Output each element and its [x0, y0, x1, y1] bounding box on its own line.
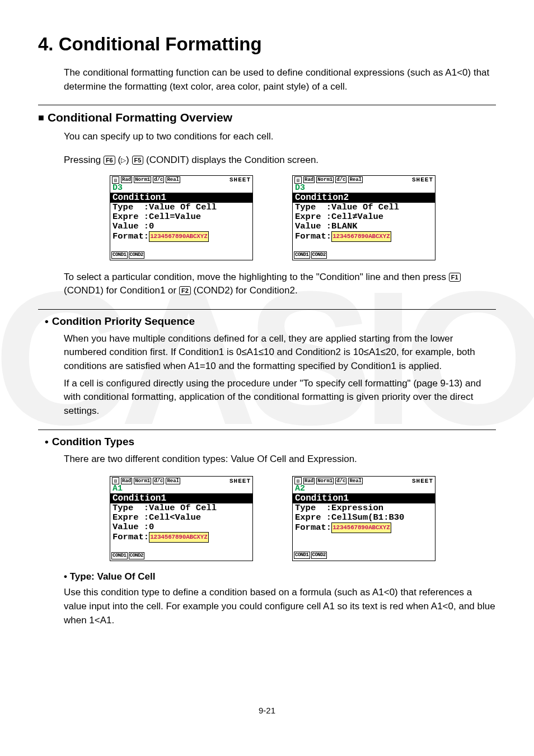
row-type: Type :Value Of Cell [110, 503, 252, 513]
row-format: Format: 1234567890ABCXYZ [110, 532, 252, 543]
real-indicator: Real [166, 478, 180, 484]
screens-row-1: ▤ RadNorm1 d/cReal SHEET D3 Condition1 T… [38, 175, 496, 260]
dc-indicator: d/c [153, 478, 164, 484]
fkey-cond2: COND2 [129, 552, 145, 559]
condition-header: Condition1 [110, 193, 252, 203]
real-indicator: Real [348, 478, 363, 484]
row-expre: Expre :Cell=Value [110, 212, 252, 222]
rad-indicator: Rad [121, 176, 132, 183]
row-expre: Expre :Cell<Value [110, 513, 252, 522]
row-type: Type :Expression [293, 503, 435, 513]
overview-heading: ■ Conditional Formatting Overview [38, 111, 496, 124]
format-sample: 1234567890ABCXYZ [149, 532, 208, 543]
priority-p1: When you have multiple conditions define… [38, 332, 496, 374]
priority-p2: If a cell is configured directly using t… [38, 377, 496, 418]
calc-screen-cond1-a2: ▤ RadNorm1 d/cReal SHEET A2 Condition1 T… [292, 476, 435, 561]
f2-key-icon: F2 [179, 286, 191, 295]
row-format: Format: 1234567890ABCXYZ [293, 231, 435, 242]
fkey-cond2: COND2 [129, 251, 145, 259]
real-indicator: Real [166, 176, 180, 183]
cell-ref: D3 [110, 184, 252, 193]
fkey-cond1: COND1 [111, 552, 128, 559]
row-value: Value :0 [110, 522, 252, 532]
fkey-row: COND1 COND2 [293, 551, 435, 560]
mode-label: SHEET [229, 478, 251, 484]
section-divider [38, 430, 496, 430]
norm-indicator: Norm1 [134, 176, 151, 183]
cell-ref: A1 [110, 484, 252, 493]
overview-after-screens: To select a particular condition, move t… [38, 270, 496, 298]
norm-indicator: Norm1 [134, 478, 151, 484]
section-divider [38, 105, 496, 105]
cell-ref: A2 [293, 484, 435, 493]
condition-header: Condition1 [110, 493, 252, 503]
intro-paragraph: The conditional formatting function can … [38, 66, 496, 94]
mode-label: SHEET [412, 176, 433, 183]
screens-row-2: ▤ RadNorm1 d/cReal SHEET A1 Condition1 T… [38, 476, 496, 561]
square-bullet-icon: ■ [38, 113, 44, 123]
f1-key-icon: F1 [449, 273, 461, 282]
fkey-cond1: COND1 [111, 251, 128, 259]
dc-indicator: d/c [335, 478, 346, 484]
rad-indicator: Rad [303, 176, 315, 183]
battery-icon: ▤ [294, 176, 302, 184]
condition-header: Condition2 [293, 193, 435, 203]
row-type: Type :Value Of Cell [293, 203, 435, 212]
dc-indicator: d/c [153, 176, 164, 183]
format-sample: 1234567890ABCXYZ [331, 522, 391, 533]
page-number: 9-21 [38, 706, 496, 715]
row-expre: Expre :CellSum(B1:B30 [293, 513, 435, 522]
type-value-body: Use this condition type to define a cond… [38, 586, 496, 627]
status-bar: ▤ RadNorm1 d/cReal SHEET [293, 477, 435, 484]
fkey-cond1: COND1 [294, 251, 310, 259]
f5-key-icon: F5 [132, 156, 144, 165]
norm-indicator: Norm1 [316, 176, 334, 183]
row-format: Format: 1234567890ABCXYZ [293, 522, 435, 533]
row-value: Value :0 [110, 222, 252, 231]
format-sample: 1234567890ABCXYZ [149, 231, 208, 242]
condition-header: Condition1 [293, 493, 435, 503]
row-value: Value :BLANK [293, 222, 435, 231]
type-value-heading: • Type: Value Of Cell [38, 571, 496, 582]
right-triangle-icon: ▷ [121, 156, 126, 164]
fkey-row: COND1 COND2 [110, 251, 252, 260]
calc-screen-cond1-a1: ▤ RadNorm1 d/cReal SHEET A1 Condition1 T… [110, 476, 253, 561]
row-format: Format: 1234567890ABCXYZ [110, 231, 252, 242]
page-title: 4. Conditional Formatting [38, 34, 496, 55]
status-bar: ▤ RadNorm1 d/cReal SHEET [110, 477, 252, 484]
overview-line1: You can specify up to two conditions for… [38, 130, 496, 144]
dc-indicator: d/c [335, 176, 346, 183]
mode-label: SHEET [412, 478, 433, 484]
fkey-cond2: COND2 [311, 552, 327, 559]
section-divider [38, 309, 496, 310]
status-bar: ▤ RadNorm1 d/cReal SHEET [293, 176, 435, 184]
fkey-row: COND1 COND2 [293, 251, 435, 260]
types-heading: Condition Types [38, 436, 496, 448]
battery-icon: ▤ [112, 176, 119, 184]
calc-screen-cond2-d3: ▤ RadNorm1 d/cReal SHEET D3 Condition2 T… [292, 175, 435, 260]
row-type: Type :Value Of Cell [110, 203, 252, 212]
format-sample: 1234567890ABCXYZ [331, 231, 391, 242]
status-bar: ▤ RadNorm1 d/cReal SHEET [110, 176, 252, 184]
cell-ref: D3 [293, 184, 435, 193]
overview-line2: Pressing F6 (▷) F5 (CONDIT) displays the… [38, 153, 496, 167]
fkey-row: COND1 COND2 [110, 552, 252, 561]
rad-indicator: Rad [121, 478, 132, 484]
f6-key-icon: F6 [104, 156, 115, 165]
fkey-cond2: COND2 [311, 251, 327, 259]
norm-indicator: Norm1 [316, 478, 334, 484]
mode-label: SHEET [229, 176, 251, 183]
fkey-cond1: COND1 [294, 552, 310, 559]
types-intro: There are two different condition types:… [38, 452, 496, 466]
row-expre: Expre :Cell≠Value [293, 212, 435, 222]
rad-indicator: Rad [303, 478, 315, 484]
calc-screen-cond1-d3: ▤ RadNorm1 d/cReal SHEET D3 Condition1 T… [110, 175, 253, 260]
real-indicator: Real [348, 176, 363, 183]
priority-heading: Condition Priority Sequence [38, 315, 496, 328]
